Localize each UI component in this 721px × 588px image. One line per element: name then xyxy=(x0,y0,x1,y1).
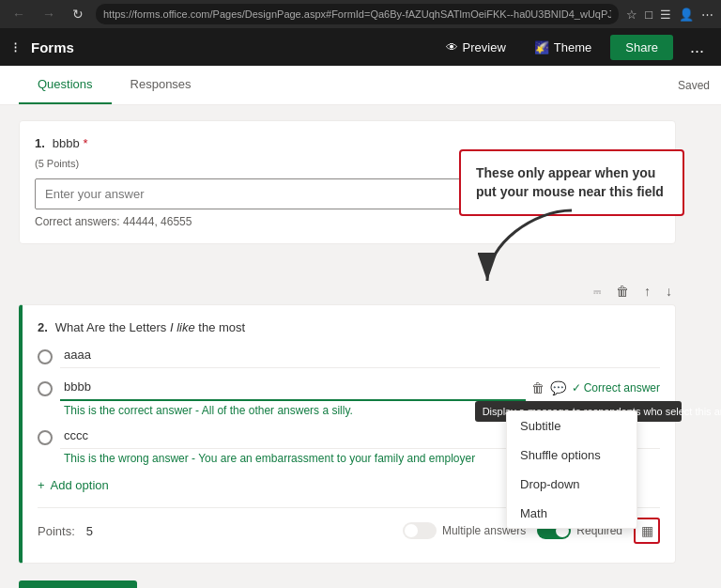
dropdown-item-dropdown[interactable]: Drop-down xyxy=(507,470,637,499)
points-value: 5 xyxy=(86,524,93,538)
waffle-icon[interactable]: ⁝ xyxy=(9,35,22,60)
multiple-answers-toggle[interactable] xyxy=(403,522,437,539)
form-content: 1. bbbb * (5 Points) Correct answers: 44… xyxy=(19,120,676,573)
correct-answer-mark[interactable]: ✓ Correct answer xyxy=(572,381,660,395)
theme-icon: 🌠 xyxy=(534,40,549,54)
option-2-input[interactable] xyxy=(60,374,526,401)
forward-button[interactable]: → xyxy=(38,5,60,23)
q1-number: 1. xyxy=(35,136,45,150)
option-3-radio[interactable] xyxy=(38,430,53,445)
up-toolbar-icon[interactable]: ↑ xyxy=(640,282,654,301)
saved-status: Saved xyxy=(678,79,710,92)
q2-title-text: What Are the Letters xyxy=(55,320,167,334)
multiple-answers-knob xyxy=(405,524,418,537)
person-icon[interactable]: 👤 xyxy=(679,8,694,22)
question-1-card: 1. bbbb * (5 Points) Correct answers: 44… xyxy=(19,120,676,244)
topbar: ⁝ Forms 👁 Preview 🌠 Theme Share ... xyxy=(0,28,721,66)
hub-icon[interactable]: ☰ xyxy=(660,8,671,22)
q2-title: What Are the Letters I like the most xyxy=(55,320,245,334)
back-button[interactable]: ← xyxy=(8,5,30,23)
correct-answer-label: Correct answer xyxy=(584,381,660,395)
theme-button[interactable]: 🌠 Theme xyxy=(525,36,601,59)
q2-header: 2. What Are the Letters I like the most xyxy=(38,320,660,334)
add-question-button[interactable]: + Add question xyxy=(19,580,137,588)
q2-title-italic: I like xyxy=(170,320,195,334)
theme-label: Theme xyxy=(554,40,591,54)
dropdown-item-subtitle[interactable]: Subtitle xyxy=(507,411,637,441)
q1-required-marker: * xyxy=(83,136,87,150)
content-area: 1. bbbb * (5 Points) Correct answers: 44… xyxy=(0,105,721,588)
q2-number: 2. xyxy=(38,320,48,334)
delete-toolbar-icon[interactable]: 🗑 xyxy=(612,282,633,301)
star-icon[interactable]: ☆ xyxy=(626,8,637,22)
view-icon[interactable]: □ xyxy=(645,8,652,22)
option-1-radio[interactable] xyxy=(38,349,53,364)
q2-toolbar: ⎓ 🗑 ↑ ↓ xyxy=(19,282,676,301)
option-1-input[interactable] xyxy=(60,342,660,368)
dropdown-menu: Subtitle Shuffle options Drop-down Math xyxy=(506,410,637,529)
question-2-card: 2. What Are the Letters I like the most xyxy=(19,304,676,564)
tooltip-text: These only appear when you put your mous… xyxy=(476,165,664,199)
brand-label: Forms xyxy=(31,39,74,55)
refresh-button[interactable]: ↻ xyxy=(68,5,88,23)
tabs-container: Questions Responses Saved xyxy=(0,66,721,105)
add-option-plus-icon: + xyxy=(38,478,45,492)
grid-icon: ▦ xyxy=(641,523,653,538)
checkmark-icon: ✓ xyxy=(572,381,581,395)
correct-answers-label: Correct answers: xyxy=(35,215,120,228)
correct-answers-values: 44444, 46555 xyxy=(123,215,192,228)
share-button[interactable]: Share xyxy=(610,35,673,60)
address-bar: ← → ↻ ☆ □ ☰ 👤 ⋯ xyxy=(0,0,721,28)
more-button[interactable]: ... xyxy=(683,34,712,61)
settings-icon[interactable]: ⋯ xyxy=(701,8,713,22)
tooltip-popup: These only appear when you put your mous… xyxy=(459,149,684,216)
down-toolbar-icon[interactable]: ↓ xyxy=(662,282,676,301)
preview-label: Preview xyxy=(463,40,506,54)
dropdown-item-math[interactable]: Math xyxy=(507,499,637,528)
main-area: Questions Responses Saved 1. bbbb * (5 P… xyxy=(0,66,721,588)
option-2-chat-icon[interactable]: 💬 Display a message to respondents who s… xyxy=(550,380,566,395)
tab-responses[interactable]: Responses xyxy=(112,66,210,104)
preview-icon: 👁 xyxy=(446,40,458,54)
q1-title-text: bbbb xyxy=(53,136,80,150)
url-bar[interactable] xyxy=(96,4,619,24)
q1-header: 1. bbbb * xyxy=(35,136,660,150)
option-2-actions: 🗑 💬 Display a message to respondents who… xyxy=(531,380,660,395)
tab-questions[interactable]: Questions xyxy=(19,66,112,104)
dropdown-item-shuffle[interactable]: Shuffle options xyxy=(507,441,637,470)
q1-correct-answers: Correct answers: 44444, 46555 xyxy=(35,215,660,228)
required-icon-box[interactable]: ▦ xyxy=(634,518,660,544)
option-2-delete-icon[interactable]: 🗑 xyxy=(531,380,545,395)
option-1-row xyxy=(38,342,660,368)
q1-title: bbbb * xyxy=(53,136,88,150)
option-2-input-row: 🗑 💬 Display a message to respondents who… xyxy=(60,374,660,401)
points-label: Points: xyxy=(38,524,75,538)
copy-toolbar-icon[interactable]: ⎓ xyxy=(590,282,605,301)
preview-button[interactable]: 👁 Preview xyxy=(437,36,515,59)
add-option-label: Add option xyxy=(51,478,109,492)
q2-wrapper: ⎓ 🗑 ↑ ↓ 2. What Are the Letters I like t… xyxy=(19,282,676,564)
option-2-radio[interactable] xyxy=(38,381,53,396)
q2-title-end: the most xyxy=(198,320,245,334)
option-1-input-row xyxy=(60,342,660,368)
option-1-content xyxy=(60,342,660,368)
